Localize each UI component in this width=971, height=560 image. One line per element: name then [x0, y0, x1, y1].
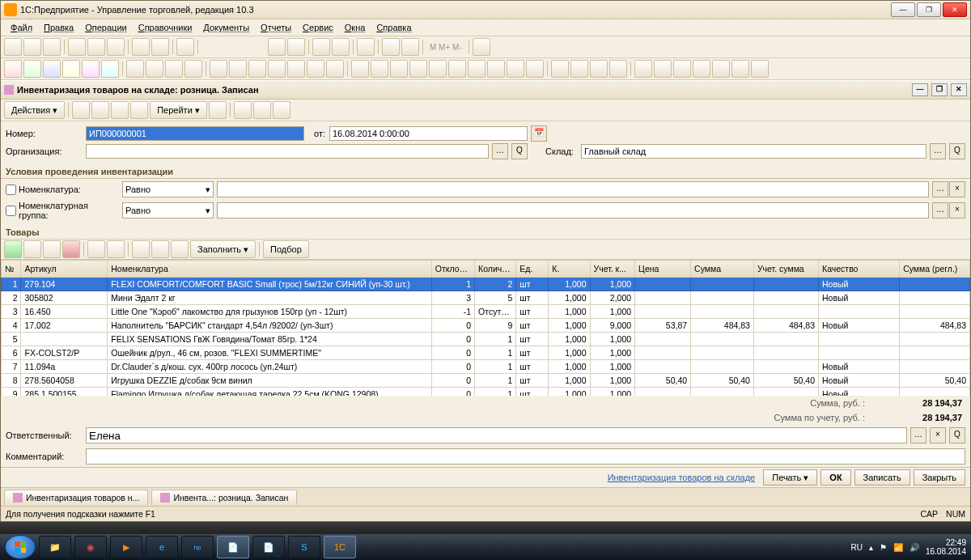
tb-misc-icon[interactable] [551, 60, 569, 78]
maximize-button[interactable]: ❐ [917, 2, 941, 17]
resp-select-button[interactable]: … [910, 427, 926, 443]
tb-info-icon[interactable] [357, 38, 375, 56]
tt-moveup-icon[interactable] [87, 240, 105, 258]
task-hp-icon[interactable]: hp [181, 536, 214, 558]
save-button[interactable]: Записать [854, 469, 910, 486]
tb-misc-icon[interactable] [673, 60, 691, 78]
ab-refresh-icon[interactable] [91, 101, 109, 119]
tb-journal-icon[interactable] [126, 60, 144, 78]
col-quality[interactable]: Качество [819, 261, 900, 278]
tb-dropdown-icon[interactable] [287, 38, 305, 56]
col-acct-k[interactable]: Учет. к... [590, 261, 635, 278]
menu-file[interactable]: Файл [6, 21, 37, 34]
tb-chart-icon[interactable] [390, 60, 408, 78]
doc-max-button[interactable]: ❐ [931, 83, 948, 96]
tb-btn-icon[interactable] [332, 38, 350, 56]
col-acct-sum[interactable]: Учет. сумма [753, 261, 818, 278]
task-chrome-icon[interactable]: ◉ [74, 536, 107, 558]
tray-lang[interactable]: RU [850, 543, 862, 552]
tb-chart-icon[interactable] [351, 60, 369, 78]
col-n[interactable]: № [2, 261, 21, 278]
tb-chart-icon[interactable] [448, 60, 466, 78]
ab-settings-icon[interactable] [130, 101, 148, 119]
tb-misc-icon[interactable] [731, 60, 749, 78]
tb-search-icon[interactable] [176, 38, 194, 56]
task-media-icon[interactable]: ▶ [110, 536, 142, 558]
tb-chart-icon[interactable] [526, 60, 544, 78]
task-app1-icon[interactable]: 📄 [217, 536, 249, 558]
tb-doc-icon[interactable] [62, 60, 80, 78]
tt-filter-icon[interactable] [171, 240, 189, 258]
tb-chart-icon[interactable] [429, 60, 447, 78]
table-row[interactable]: 9285.1.500155Flamingo Игрушка д/собак ле… [2, 388, 970, 397]
table-row[interactable]: 1279.104FLEXI COMFORT/COMFORT BASIC Smal… [2, 278, 970, 291]
tb-misc-icon[interactable] [693, 60, 710, 78]
nom-select-button[interactable]: … [932, 181, 948, 197]
tb-report-icon[interactable] [326, 60, 344, 78]
tray-flag-icon[interactable]: ⚑ [880, 543, 887, 552]
task-app2-icon[interactable]: 📄 [252, 536, 285, 558]
sklad-input[interactable] [581, 144, 926, 159]
ok-button[interactable]: ОК [820, 469, 850, 486]
tb-doc-icon[interactable] [4, 60, 22, 78]
menu-reports[interactable]: Отчеты [256, 21, 296, 34]
tb-btn-icon[interactable] [268, 38, 286, 56]
tab-doc-2[interactable]: Инвента...: розница. Записан [151, 490, 297, 505]
group-operator-select[interactable]: Равно▾ [122, 202, 214, 218]
tb-journal-icon[interactable] [146, 60, 163, 78]
menu-edit[interactable]: Правка [39, 21, 78, 34]
menu-operations[interactable]: Операции [80, 21, 131, 34]
col-unit[interactable]: Ед. [516, 261, 549, 278]
tb-cut-icon[interactable] [68, 38, 86, 56]
org-input[interactable] [86, 144, 489, 159]
tb-copy-icon[interactable] [87, 38, 105, 56]
tt-sortdesc-icon[interactable] [151, 240, 169, 258]
doc-link[interactable]: Инвентаризация товаров на складе [608, 473, 756, 482]
tb-report-icon[interactable] [287, 60, 305, 78]
ab-help-icon[interactable] [209, 101, 227, 119]
tb-redo-icon[interactable] [151, 38, 169, 56]
col-sum-regl[interactable]: Сумма (регл.) [900, 261, 970, 278]
group-value-input[interactable] [217, 202, 929, 218]
tb-journal-icon[interactable] [165, 60, 183, 78]
menu-windows[interactable]: Окна [340, 21, 371, 34]
table-row[interactable]: 5FELIX SENSATIONS ГвЖ Говядина/Томат 85г… [2, 333, 970, 346]
tb-report-icon[interactable] [210, 60, 227, 78]
tray-vol-icon[interactable]: 🔊 [910, 543, 919, 552]
col-sum[interactable]: Сумма [691, 261, 754, 278]
ab-barcode-icon[interactable] [273, 101, 290, 119]
task-skype-icon[interactable]: S [288, 536, 320, 558]
tb-new-icon[interactable] [4, 38, 22, 56]
tb-help-icon[interactable] [473, 38, 490, 56]
tb-misc-icon[interactable] [570, 60, 588, 78]
group-checkbox[interactable] [6, 206, 16, 216]
org-open-button[interactable]: Q [511, 143, 528, 159]
nom-value-input[interactable] [217, 181, 929, 197]
tb-chart-icon[interactable] [507, 60, 524, 78]
tb-open-icon[interactable] [23, 38, 41, 56]
tray-arrow-icon[interactable]: ▴ [869, 543, 873, 552]
tb-undo-icon[interactable] [132, 38, 150, 56]
nom-clear-button[interactable]: × [949, 181, 965, 197]
ab-save-icon[interactable] [72, 101, 90, 119]
tb-report-icon[interactable] [248, 60, 266, 78]
table-row[interactable]: 316.450Little One "Кэроб" лакомство для … [2, 305, 970, 319]
tb-doc-icon[interactable] [43, 60, 61, 78]
tb-doc-icon[interactable] [101, 60, 119, 78]
goods-grid[interactable]: № Артикул Номенклатура Отклоне... Количе… [1, 259, 970, 396]
tb-chart-icon[interactable] [371, 60, 388, 78]
tab-doc-1[interactable]: Инвентаризация товаров н... [4, 490, 148, 505]
tb-misc-icon[interactable] [654, 60, 672, 78]
tt-add-icon[interactable] [4, 240, 22, 258]
tt-copy-icon[interactable] [23, 240, 41, 258]
tb-misc-icon[interactable] [634, 60, 652, 78]
col-article[interactable]: Артикул [21, 261, 108, 278]
tb-misc-icon[interactable] [609, 60, 627, 78]
tb-misc-icon[interactable] [712, 60, 730, 78]
task-1c-icon[interactable]: 1C [324, 536, 356, 558]
table-row[interactable]: 711.094aDr.Clauder`s д/кош. сух. 400гр л… [2, 360, 970, 374]
close-doc-button[interactable]: Закрыть [914, 469, 965, 486]
org-select-button[interactable]: … [492, 143, 508, 159]
start-button[interactable] [5, 535, 36, 559]
tt-edit-icon[interactable] [43, 240, 61, 258]
